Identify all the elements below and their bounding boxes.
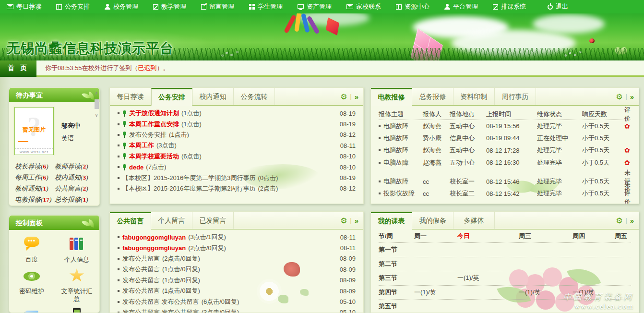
item-clicks: (2点击/0回复)	[162, 254, 200, 263]
list-item[interactable]: 发布公共留言(2点击/0回复)08-09	[118, 253, 356, 264]
list-item[interactable]: 【本校区】2015-2016年度第二学期第2周行事历(2点击)08-12	[118, 183, 356, 194]
news-tab-1[interactable]: 公务安排	[151, 88, 192, 106]
nav-item-label: 资产管理	[307, 2, 332, 11]
gear-icon[interactable]: ⚙	[616, 216, 622, 225]
todo-link[interactable]: 教研通知(1)	[15, 184, 55, 193]
control-item-books[interactable]: 个人信息	[54, 237, 99, 264]
todo-link[interactable]: 每周工作(6)	[15, 173, 55, 182]
item-title: dede	[129, 164, 143, 171]
celea-watermark: 中国教育装备网 www.celea.com	[563, 291, 634, 311]
more-icon[interactable]: »	[355, 93, 358, 101]
list-item[interactable]: 本周工作(3点击)08-11	[118, 140, 356, 151]
nav-item-label: 教学管理	[161, 2, 186, 11]
more-icon[interactable]: »	[630, 217, 633, 225]
control-item-label: 文章统计汇总	[54, 288, 99, 303]
control-item-disc[interactable]: 密码维护	[9, 268, 54, 303]
repair-topic: 电脑故障	[379, 134, 423, 143]
repair-person: 赵海燕	[423, 122, 450, 131]
item-title: 发布公共留言 发布公共留言	[122, 298, 199, 306]
control-item-folder[interactable]	[9, 308, 54, 313]
repair-row[interactable]: 电脑故障赵海燕五动中心08-19 15:56处理完毕小于0.5天✿	[379, 120, 631, 132]
profile-photo-placeholder[interactable]: ? 暂无图片 www.wxsl.net	[14, 107, 54, 155]
todo-scrollbar[interactable]: ∧ ∨	[93, 91, 100, 133]
banner: 无锡尚蠡信息科技演示平台	[0, 13, 644, 60]
scroll-up-icon[interactable]: ∧	[93, 91, 100, 96]
news-tab-2[interactable]: 校内通知	[192, 88, 234, 105]
nav-item-user[interactable]: 平台管理	[444, 2, 478, 11]
gear-icon[interactable]: ⚙	[340, 92, 347, 101]
item-date: 08-12	[340, 185, 356, 192]
list-item[interactable]: 发布公共留言 发布公共留言(6点击/0回复)05-10	[118, 296, 356, 307]
separator: |	[626, 93, 627, 100]
timetable-tab-0[interactable]: 我的课表	[371, 212, 412, 229]
nav-item-power[interactable]: 退出	[548, 2, 568, 11]
nav-item-grid[interactable]: 资源中心	[396, 2, 429, 11]
repair-topic: 电脑故障	[379, 158, 423, 167]
messages-tab-1[interactable]: 个人留言	[151, 212, 192, 229]
list-item[interactable]: dede(7点击)08-10	[118, 162, 356, 172]
control-item-chat[interactable]: 百度	[9, 237, 54, 264]
timetable-tab-2[interactable]: 多媒体	[453, 212, 495, 229]
more-icon[interactable]: »	[630, 93, 633, 101]
nav-item-monitor[interactable]: 资产管理	[298, 2, 332, 11]
todo-link[interactable]: 电教报修(17)	[15, 195, 55, 204]
list-item[interactable]: 发布公共留言(1点击/0回复)08-09	[118, 286, 356, 296]
item-clicks: (1点击/0回复)	[162, 287, 200, 295]
item-title: 本周工作	[129, 141, 154, 150]
todo-link[interactable]: 公共留言(2)	[55, 184, 95, 193]
message-tabbar: 公共留言个人留言已发留言⚙|»	[110, 212, 363, 229]
list-item[interactable]: 发布公共留言 发布公共留言(3点击/0回复)05-10	[118, 307, 356, 313]
user-icon	[444, 4, 450, 10]
nav-item-blocks[interactable]: 学生管理	[249, 2, 283, 11]
control-item-phone[interactable]	[54, 308, 99, 313]
period-label: 第二节	[379, 260, 414, 268]
nav-item-edit[interactable]: 教学管理	[153, 2, 186, 11]
messages-tab-0[interactable]: 公共留言	[110, 212, 151, 229]
nav-item-user[interactable]: 校务管理	[105, 2, 138, 11]
list-item[interactable]: fabugonggomgliuyan(3点击/1回复)08-11	[118, 232, 356, 242]
repairs-tab-1[interactable]: 总务报修	[412, 88, 453, 105]
todo-link[interactable]: 总务报修(1)	[55, 195, 95, 204]
nav-item-mail[interactable]: 每日荐读	[7, 2, 41, 11]
list-item[interactable]: 发布公共留言(1点击/0回复)08-09	[118, 264, 356, 275]
repair-table-header: 报修主题报修人报修地点上报时间维修状态响应天数评价	[379, 106, 631, 120]
list-item[interactable]: fabugonggomgliuyan(2点击/0回复)08-11	[118, 242, 356, 253]
repairs-tools: ⚙|»	[616, 88, 639, 105]
control-item-star[interactable]: 文章统计汇总	[54, 268, 99, 303]
repairs-tab-2[interactable]: 资料印制	[453, 88, 495, 105]
scroll-down-icon[interactable]: ∨	[93, 113, 100, 118]
repairs-tab-0[interactable]: 电教报修	[371, 88, 412, 106]
todo-link[interactable]: 教师荐读(2)	[55, 162, 95, 171]
repair-row[interactable]: 电脑故障赵海燕五动中心08-12 17:28处理完毕小于0.5天✿	[379, 144, 631, 156]
list-item[interactable]: 关于放假通知计划(1点击)08-19	[118, 108, 356, 119]
nav-item-edit[interactable]: 排课系统	[493, 2, 526, 11]
timetable-row: 第三节一(1)/英	[379, 271, 631, 286]
repair-row[interactable]: 电脑故障cc校长室一08-12 15:46处理完毕小于0.5天未评价	[379, 169, 631, 181]
period-label: 第一节	[379, 245, 414, 254]
nav-item-mail[interactable]: 家校联系	[346, 2, 381, 11]
nav-item-share[interactable]: 留言管理	[201, 2, 234, 11]
news-tab-0[interactable]: 每日荐读	[110, 88, 151, 105]
repair-row[interactable]: 电脑故障费小康信息中心08-19 09:44正在处理中小于0.5天	[379, 132, 631, 144]
nav-item-grid[interactable]: 公务安排	[56, 2, 90, 11]
list-item[interactable]: 本周工作重点安排(1点击)08-19	[118, 119, 356, 129]
more-icon[interactable]: »	[355, 217, 358, 225]
scrollbar-thumb[interactable]	[95, 99, 99, 109]
todo-link[interactable]: 校内通知(3)	[55, 173, 95, 182]
list-item[interactable]: 发布公共留言(1点击/0回复)08-09	[118, 275, 356, 286]
gear-icon[interactable]: ⚙	[616, 92, 622, 101]
power-icon	[548, 4, 553, 10]
signin-notice-suffix: ）。	[157, 64, 169, 72]
list-item[interactable]: 本周学校重要活动(6点击)08-10	[118, 151, 356, 162]
messages-tab-2[interactable]: 已发留言	[192, 212, 234, 229]
gear-icon[interactable]: ⚙	[340, 216, 347, 225]
repairs-tab-3[interactable]: 周行事历	[495, 88, 536, 105]
repair-row[interactable]: 电脑故障赵海燕五动中心08-12 16:30处理完毕小于0.5天✿	[379, 156, 631, 169]
tab-home[interactable]: 首 页	[0, 60, 36, 77]
timetable-tab-1[interactable]: 我的假条	[412, 212, 453, 229]
blocks-icon	[249, 4, 255, 10]
todo-link[interactable]: 校长荐读(6)	[15, 162, 55, 171]
list-item[interactable]: 发布公务安排(1点击)08-12	[118, 130, 356, 140]
list-item[interactable]: 【本校区】2015-2016年度第二学期第3周行事历(0点击)08-19	[118, 172, 356, 183]
news-tab-3[interactable]: 公务流转	[234, 88, 275, 105]
